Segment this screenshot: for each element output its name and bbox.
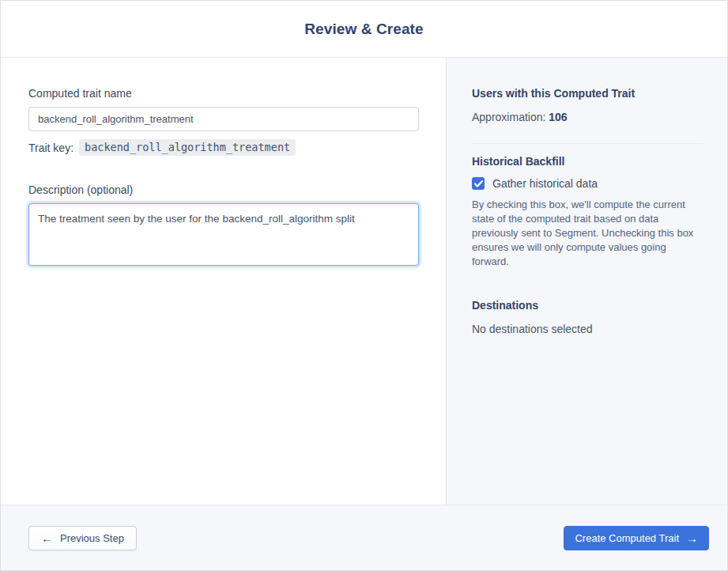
gather-historical-data-label: Gather historical data [492, 177, 598, 190]
backfill-heading: Historical Backfill [472, 155, 703, 168]
check-icon [474, 180, 483, 187]
content-area: Computed trait name Trait key: backend_r… [1, 58, 727, 505]
trait-key-row: Trait key: backend_roll_algorithm_treatm… [28, 139, 419, 156]
create-computed-trait-label: Create Computed Trait [575, 532, 679, 544]
create-computed-trait-button[interactable]: Create Computed Trait → [564, 526, 709, 550]
arrow-right-icon: → [686, 532, 698, 544]
footer-bar: ← Previous Step Create Computed Trait → [1, 505, 727, 570]
approximation-value: 106 [549, 111, 567, 123]
arrow-left-icon: ← [41, 532, 53, 544]
trait-key-label: Trait key: [28, 142, 74, 154]
destinations-value: No destinations selected [472, 323, 703, 335]
page-header: Review & Create [1, 1, 727, 58]
trait-form-panel: Computed trait name Trait key: backend_r… [1, 58, 447, 505]
gather-historical-data-checkbox-row[interactable]: Gather historical data [472, 177, 703, 190]
users-heading: Users with this Computed Trait [472, 87, 703, 100]
backfill-description: By checking this box, we'll compute the … [472, 198, 703, 269]
description-block: Description (optional) The treatment see… [28, 183, 419, 269]
description-label: Description (optional) [28, 183, 419, 196]
trait-name-label: Computed trait name [28, 87, 419, 100]
page-title: Review & Create [304, 21, 423, 38]
summary-panel: Users with this Computed Trait Approxima… [447, 58, 727, 505]
previous-step-button[interactable]: ← Previous Step [28, 526, 137, 550]
trait-name-input[interactable] [28, 107, 419, 131]
summary-divider [472, 143, 703, 144]
approximation-label: Approximation: [472, 111, 545, 123]
previous-step-label: Previous Step [60, 532, 124, 544]
description-textarea[interactable]: The treatment seen by the user for the b… [28, 203, 419, 266]
gather-historical-data-checkbox[interactable] [472, 177, 485, 190]
review-create-page: Review & Create Computed trait name Trai… [0, 0, 728, 571]
destinations-heading: Destinations [472, 299, 703, 312]
approximation-row: Approximation: 106 [472, 111, 703, 123]
trait-key-value: backend_roll_algorithm_treatment [79, 139, 296, 156]
